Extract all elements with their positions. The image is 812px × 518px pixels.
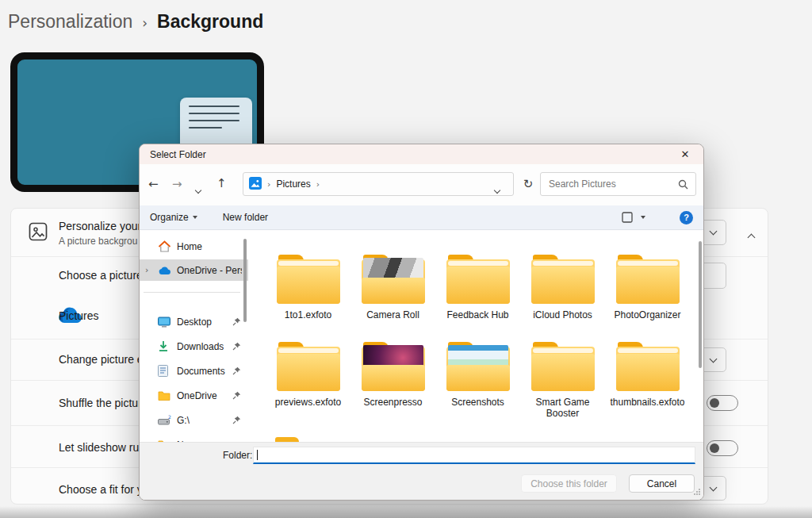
sidebar-divider: [144, 292, 240, 293]
search-input[interactable]: [541, 178, 678, 190]
folder-icon-with-app-preview: [446, 342, 510, 391]
breadcrumb: Personalization › Background: [8, 11, 263, 33]
svg-text:2: 2: [168, 415, 171, 420]
recent-locations-icon[interactable]: [196, 182, 201, 196]
new-folder-button[interactable]: New folder: [223, 212, 268, 223]
folder-name-field[interactable]: [253, 447, 695, 464]
onedrive-pictures-label[interactable]: Pictures: [59, 309, 99, 322]
folder-tile[interactable]: Screenpresso: [350, 342, 435, 429]
address-separator-icon: ›: [267, 179, 270, 190]
resize-grip[interactable]: [693, 485, 701, 499]
sidebar-item-desktop[interactable]: Desktop: [140, 311, 248, 332]
folder-icon: [616, 255, 680, 304]
collapse-chevron-icon[interactable]: [749, 229, 754, 244]
network-drive-icon: 2: [158, 415, 171, 425]
desktop-background: Personalization › Background Personalize…: [0, 0, 812, 518]
sidebar-item-onedrive-personal[interactable]: › OneDrive - Perso: [140, 259, 248, 281]
file-list-scrollbar[interactable]: [699, 241, 702, 368]
close-icon[interactable]: ✕: [675, 144, 695, 164]
dialog-titlebar[interactable]: Select Folder ✕: [140, 144, 703, 164]
folder-tile[interactable]: Feedback Hub: [435, 255, 520, 342]
slideshow-label: Let slideshow run: [59, 441, 145, 454]
expand-chevron-icon[interactable]: ›: [145, 265, 148, 275]
onedrive-cloud-icon: [158, 266, 172, 275]
address-separator-icon[interactable]: ›: [316, 179, 320, 190]
folder-icon-with-game-preview: [362, 342, 425, 391]
pin-icon: [232, 342, 241, 351]
navigation-pane: Home › OneDrive - Perso Desktop Download…: [140, 231, 248, 442]
shuffle-label: Shuffle the pictur: [59, 397, 142, 409]
choose-this-folder-button[interactable]: Choose this folder: [521, 474, 617, 493]
help-icon[interactable]: ?: [680, 211, 693, 224]
folder-tile[interactable]: Screenshots: [435, 342, 520, 429]
folder-tile[interactable]: Camera Roll: [350, 255, 435, 342]
dialog-toolbar: Organize New folder ?: [140, 205, 703, 230]
folder-icon: [616, 342, 680, 391]
folder-icon: [277, 255, 340, 304]
sidebar-item-home[interactable]: Home: [140, 236, 248, 257]
pin-icon: [232, 391, 241, 400]
pin-icon: [232, 416, 241, 424]
address-bar[interactable]: › Pictures ›: [243, 172, 514, 196]
sidebar-item-downloads[interactable]: Downloads: [140, 336, 248, 357]
up-icon[interactable]: ↑: [216, 178, 227, 190]
pictures-location-icon: [249, 177, 262, 192]
folder-icon-with-photo-preview: [362, 255, 425, 304]
sidebar-item-onedrive-folder[interactable]: OneDrive: [140, 385, 248, 406]
pin-icon: [232, 317, 241, 326]
organize-label: Organize: [150, 212, 189, 223]
folder-tile[interactable]: PhotoOrganizer: [605, 255, 690, 342]
downloads-icon: [158, 340, 169, 352]
folder-icon: [446, 255, 510, 304]
address-location[interactable]: Pictures: [276, 178, 310, 190]
breadcrumb-separator-icon: ›: [142, 13, 147, 31]
sidebar-item-documents[interactable]: Documents: [140, 360, 248, 382]
folder-tile[interactable]: 1to1.exfoto: [266, 255, 350, 342]
search-box[interactable]: [540, 172, 696, 196]
choose-picture-label: Choose a picture: [59, 269, 143, 282]
select-folder-dialog: Select Folder ✕ ← → ↑ › Pictures › ↻ Org…: [139, 144, 704, 501]
sidebar-item-g-drive[interactable]: 2 G:\: [140, 409, 248, 431]
organize-button[interactable]: Organize: [150, 212, 197, 223]
personalize-background-subtitle: A picture backgrou: [59, 236, 137, 247]
forward-icon[interactable]: →: [172, 178, 182, 190]
folder-icon: [531, 342, 595, 391]
folder-field-label: Folder:: [223, 450, 251, 461]
folder-icon: [277, 342, 340, 391]
page-title: Background: [157, 11, 263, 33]
cancel-button[interactable]: Cancel: [629, 474, 695, 493]
sidebar-scrollbar[interactable]: [243, 239, 247, 322]
folder-tile[interactable]: previews.exfoto: [266, 342, 350, 429]
dialog-footer: Folder: Choose this folder Cancel: [140, 442, 703, 501]
slideshow-toggle[interactable]: [707, 440, 738, 456]
folder-tile[interactable]: thumbnails.exfoto: [605, 342, 690, 429]
search-icon: [678, 179, 688, 190]
page-bottom-shadow: [0, 506, 812, 518]
folder-name-input[interactable]: [254, 448, 695, 463]
desktop-icon: [158, 317, 170, 328]
view-icon: [622, 212, 633, 223]
change-picture-label: Change picture e: [59, 353, 144, 366]
back-icon[interactable]: ←: [148, 178, 159, 190]
folder-tile[interactable]: iCloud Photos: [520, 255, 605, 342]
breadcrumb-parent[interactable]: Personalization: [8, 11, 132, 33]
documents-icon: [158, 365, 168, 377]
personalize-background-title: Personalize your: [59, 220, 141, 232]
folder-tile[interactable]: Smart Game Booster: [520, 342, 605, 429]
text-caret: [257, 450, 258, 460]
refresh-icon[interactable]: ↻: [519, 172, 538, 196]
pin-icon: [232, 366, 241, 375]
view-options-button[interactable]: [622, 212, 645, 223]
fit-label: Choose a fit for y: [59, 483, 143, 496]
organize-caret-icon: [193, 216, 197, 219]
picture-icon: [29, 222, 48, 244]
view-caret-icon: [641, 216, 645, 219]
folder-icon: [531, 255, 595, 304]
dialog-title: Select Folder: [150, 149, 206, 160]
address-dropdown-icon[interactable]: [495, 182, 500, 196]
file-list: 1to1.exfoto Camera Roll Feedback Hub iCl…: [248, 231, 703, 442]
folder-icon: [158, 390, 170, 401]
home-icon: [158, 240, 171, 252]
shuffle-toggle[interactable]: [707, 395, 738, 411]
